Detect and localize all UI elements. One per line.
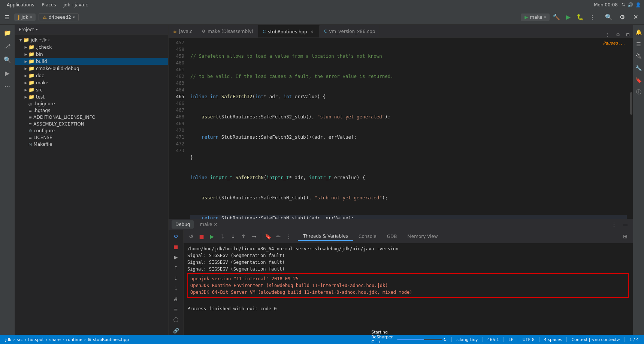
tab-stubroutines[interactable]: C stubRoutines.hpp ✕ bbox=[258, 25, 320, 37]
right-icon-plugins[interactable]: 🔌 bbox=[634, 52, 643, 61]
right-icon-tools[interactable]: 🔧 bbox=[634, 64, 643, 73]
status-page[interactable]: 1 / 4 bbox=[627, 335, 641, 344]
run-btn[interactable]: ▶ bbox=[563, 12, 574, 22]
branch-selector[interactable]: ⚠ d4beeed2 ▾ bbox=[39, 13, 79, 21]
more-options-btn[interactable]: ⋮ bbox=[587, 12, 598, 22]
settings-btn[interactable]: ⚙ bbox=[617, 12, 628, 22]
engine-progress-fill bbox=[397, 339, 424, 340]
tree-item-hgignore[interactable]: ▶ ◎ .hgignore bbox=[15, 100, 168, 107]
debug-side-link-btn[interactable]: 🔗 bbox=[172, 326, 181, 335]
debug-restart-btn[interactable]: ↺ bbox=[187, 232, 196, 241]
tree-item-jcheck[interactable]: ▶ 📁 .jcheck bbox=[15, 43, 168, 51]
tab-make-disasm[interactable]: ⚙ make (Disassembly) bbox=[197, 25, 258, 37]
debug-more-btn[interactable]: ⋮ bbox=[284, 232, 293, 241]
tabs-more-btn[interactable]: ⋮ bbox=[602, 32, 613, 37]
sidebar-find-btn[interactable]: 🔍 bbox=[1, 54, 13, 66]
debug-view-gdb[interactable]: GDB bbox=[382, 232, 402, 241]
tab-close-stub[interactable]: ✕ bbox=[309, 29, 315, 34]
menu-places[interactable]: Places bbox=[38, 0, 60, 10]
status-position[interactable]: 465:1 bbox=[485, 335, 502, 344]
sidebar-run-btn[interactable]: ▶ bbox=[1, 67, 13, 79]
debug-side-info-btn[interactable]: ⓘ bbox=[172, 316, 181, 325]
debug-view-console[interactable]: Console bbox=[353, 232, 382, 241]
debug-run-to-cursor-btn[interactable]: → bbox=[250, 232, 258, 241]
tree-item-bin[interactable]: ▶ 📁 bin bbox=[15, 51, 168, 58]
tabs-split-btn[interactable]: ⊞ bbox=[623, 32, 633, 37]
tree-label-cmake: cmake-build-debug bbox=[36, 66, 79, 71]
debug-side-stop-btn[interactable]: ■ bbox=[172, 242, 181, 251]
close-btn[interactable]: ✕ bbox=[631, 12, 641, 22]
tree-item-license-info[interactable]: ▶ ≡ ADDITIONAL_LICENSE_INFO bbox=[15, 114, 168, 121]
code-editor[interactable]: 457 458 459 460 461 462 463 464 465 466 … bbox=[169, 38, 633, 219]
debug-panel-more-btn[interactable]: ⋮ bbox=[610, 220, 619, 229]
code-content[interactable]: // Safefetch allows to load a value from… bbox=[187, 38, 630, 219]
debug-view-memory[interactable]: Memory View bbox=[402, 232, 443, 241]
status-runtime: runtime bbox=[66, 337, 82, 342]
menu-file[interactable]: jdk - java.c bbox=[60, 0, 91, 10]
status-tidy[interactable]: .clang-tidy bbox=[454, 335, 480, 344]
branch-warning-icon: ⚠ bbox=[43, 15, 47, 20]
debug-side-print-btn[interactable]: 🖨 bbox=[172, 295, 181, 304]
search-everywhere-btn[interactable]: 🔍 bbox=[604, 12, 614, 22]
tree-root-jdk[interactable]: ▼ 📁 jdk ~/jdk bbox=[15, 36, 168, 43]
status-charset[interactable]: UTF-8 bbox=[520, 335, 537, 344]
tree-item-makefile[interactable]: ▶ M Makefile bbox=[15, 141, 168, 148]
status-context[interactable]: Context | <no context> bbox=[569, 335, 622, 344]
debug-view-threads[interactable]: Threads & Variables bbox=[298, 232, 353, 241]
debug-panel-minimize-btn[interactable]: — bbox=[621, 220, 630, 229]
scrollbar-thumb[interactable] bbox=[630, 92, 632, 115]
debug-step-into-btn[interactable]: ↓ bbox=[229, 232, 238, 241]
debug-view-maximize-btn[interactable]: ⊞ bbox=[621, 232, 630, 241]
debug-side-up-btn[interactable]: ↑ bbox=[172, 263, 181, 272]
status-sep-1: › bbox=[13, 337, 15, 342]
tree-item-cmake[interactable]: ▶ 📁 cmake-build-debug bbox=[15, 65, 168, 72]
tree-item-test[interactable]: ▶ 📁 test bbox=[15, 93, 168, 100]
tree-item-assembly[interactable]: ▶ ≡ ASSEMBLY_EXCEPTION bbox=[15, 121, 168, 127]
debug-side-stack-btn[interactable]: ≡ bbox=[172, 305, 181, 314]
right-icon-bookmark[interactable]: 🔖 bbox=[634, 76, 643, 85]
tree-item-configure[interactable]: ▶ ⚙ configure bbox=[15, 127, 168, 134]
editor-scrollbar[interactable] bbox=[630, 38, 633, 219]
status-breadcrumb[interactable]: jdk › src › hotspot › share › runtime › … bbox=[3, 335, 131, 344]
tree-item-make[interactable]: ▶ 📁 make bbox=[15, 79, 168, 86]
tree-item-build[interactable]: ▶ 📁 build bbox=[15, 58, 168, 65]
sidebar-vcs-btn[interactable]: ⎇ bbox=[1, 40, 13, 52]
sidebar-more-btn[interactable]: ··· bbox=[1, 81, 13, 93]
debug-step-over-btn[interactable]: ⤵ bbox=[218, 232, 227, 241]
right-icon-info[interactable]: ⓘ bbox=[634, 88, 643, 97]
status-indent[interactable]: 4 spaces bbox=[542, 335, 565, 344]
debug-bookmark-btn[interactable]: 🔖 bbox=[263, 232, 272, 241]
debug-step-out-btn[interactable]: ↑ bbox=[239, 232, 248, 241]
right-icon-notifications[interactable]: 🔔 bbox=[634, 28, 643, 37]
debug-side-cursor-btn[interactable]: ⤵ bbox=[172, 284, 181, 293]
project-selector[interactable]: J jdk ▾ bbox=[14, 13, 36, 21]
debug-tab-make[interactable]: make ✕ bbox=[196, 220, 221, 229]
menu-applications[interactable]: Applications bbox=[3, 0, 38, 10]
tree-item-hgtags[interactable]: ▶ ≡ .hgtags bbox=[15, 107, 168, 114]
debug-edit-btn[interactable]: ✏ bbox=[274, 232, 283, 241]
tab-java-c[interactable]: ☕ java.c bbox=[169, 25, 197, 37]
debug-btn[interactable]: 🐛 bbox=[575, 12, 586, 22]
build-btn[interactable]: 🔨 bbox=[551, 12, 562, 22]
debug-stop-btn[interactable]: ■ bbox=[197, 232, 206, 241]
tree-item-doc[interactable]: ▶ 📁 doc bbox=[15, 72, 168, 79]
sidebar-project-btn[interactable]: 📁 bbox=[1, 27, 13, 39]
right-icon-layers[interactable]: ☰ bbox=[634, 40, 643, 49]
debug-tab-make-close[interactable]: ✕ bbox=[214, 222, 217, 227]
no-context-label: <no context> bbox=[591, 337, 620, 342]
status-encoding[interactable]: LF bbox=[506, 335, 515, 344]
page-label: 1 / 4 bbox=[629, 337, 639, 342]
tabs-settings-btn[interactable]: ⚙ bbox=[613, 32, 623, 37]
debug-tab-debug[interactable]: Debug bbox=[172, 220, 194, 229]
console-output[interactable]: /home/hou/jdk/build/linux-x86_64-normal-… bbox=[184, 243, 633, 335]
debug-resume-btn[interactable]: ▶ bbox=[208, 232, 217, 241]
hamburger-menu-btn[interactable]: ☰ bbox=[3, 13, 11, 21]
tab-vm-version[interactable]: C vm_version_x86.cpp bbox=[320, 25, 380, 37]
tab-icon-java: ☕ bbox=[173, 29, 177, 34]
run-config-selector[interactable]: ▶ make ▾ bbox=[521, 13, 550, 21]
debug-side-settings-btn[interactable]: ⚙ bbox=[172, 232, 181, 241]
tree-item-license[interactable]: ▶ ≡ LICENSE bbox=[15, 134, 168, 141]
debug-side-down-btn[interactable]: ↓ bbox=[172, 274, 181, 283]
debug-side-resume-btn[interactable]: ▶ bbox=[172, 253, 181, 262]
tree-item-src[interactable]: ▶ 📁 src bbox=[15, 86, 168, 93]
